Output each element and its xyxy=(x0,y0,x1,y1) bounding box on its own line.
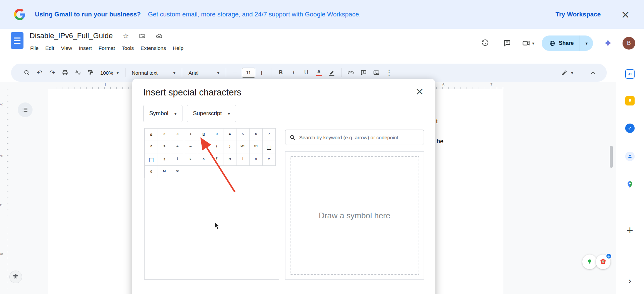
search-menus-icon[interactable] xyxy=(20,66,33,79)
char-cell-1-5[interactable]: ⁽ xyxy=(210,141,223,153)
get-addons-icon[interactable]: + xyxy=(625,225,635,235)
meet-caret-icon[interactable]: ▾ xyxy=(532,41,534,46)
menu-insert[interactable]: Insert xyxy=(75,44,95,53)
menu-tools[interactable]: Tools xyxy=(118,44,137,53)
menu-help[interactable]: Help xyxy=(169,44,187,53)
char-cell-2-7[interactable]: ⁱ xyxy=(236,153,250,166)
char-cell-1-9[interactable]: □ xyxy=(263,141,276,153)
char-cell-1-7[interactable]: ℠ xyxy=(236,141,250,153)
maps-icon[interactable] xyxy=(625,179,635,190)
share-button[interactable]: Share ▾ xyxy=(542,35,593,51)
increase-font-size-icon[interactable]: + xyxy=(255,66,268,79)
redo-icon[interactable]: ↷ xyxy=(46,66,59,79)
char-cell-2-8[interactable]: ⁿ xyxy=(250,153,263,166)
move-folder-icon[interactable] xyxy=(139,32,146,39)
char-cell-1-1[interactable]: ⁹ xyxy=(158,141,171,153)
more-options-icon[interactable]: ⋮ xyxy=(383,66,395,79)
char-cell-0-5[interactable]: ⁰ xyxy=(210,129,223,141)
decrease-font-size-icon[interactable]: − xyxy=(229,66,242,79)
font-size-field[interactable]: 11 xyxy=(242,68,255,78)
paragraph-style-dropdown[interactable]: Normal text ▾ xyxy=(128,66,179,79)
style-caret-icon: ▾ xyxy=(173,71,175,75)
char-cell-1-6[interactable]: ⁾ xyxy=(223,141,236,153)
editing-mode-dropdown[interactable]: ▾ xyxy=(558,66,577,79)
char-cell-2-1[interactable]: ˠ xyxy=(158,153,171,166)
char-cell-2-0[interactable]: □ xyxy=(145,153,158,166)
collapse-panel-icon[interactable]: › xyxy=(625,276,635,286)
subcategory-dropdown[interactable]: Superscript ▾ xyxy=(187,105,236,122)
comments-icon[interactable] xyxy=(500,36,515,51)
banner-close-icon[interactable]: × xyxy=(621,9,630,20)
calendar-icon[interactable]: 31 xyxy=(625,69,635,79)
char-cell-0-4[interactable]: º xyxy=(197,129,210,141)
underline-icon[interactable]: U xyxy=(300,66,313,79)
symbol-search-input[interactable] xyxy=(299,135,420,140)
meet-video-button[interactable]: ▾ xyxy=(522,39,534,48)
menu-extensions[interactable]: Extensions xyxy=(137,44,169,53)
hide-menus-icon[interactable] xyxy=(587,66,599,79)
contacts-icon[interactable] xyxy=(625,151,635,161)
char-cell-0-3[interactable]: ¹ xyxy=(184,129,197,141)
char-cell-2-9[interactable]: ᵛ xyxy=(263,153,276,166)
char-cell-3-2[interactable]: ꟹ xyxy=(171,166,184,178)
category-dropdown[interactable]: Symbol ▾ xyxy=(143,105,182,122)
try-workspace-link[interactable]: Try Workspace xyxy=(555,11,601,18)
print-icon[interactable] xyxy=(59,66,71,79)
char-cell-1-0[interactable]: ⁸ xyxy=(145,141,158,153)
draw-symbol-area[interactable]: Draw a symbol here xyxy=(285,151,424,280)
char-cell-0-9[interactable]: ⁷ xyxy=(263,129,276,141)
char-cell-0-7[interactable]: ⁵ xyxy=(236,129,250,141)
dialog-close-icon[interactable]: × xyxy=(415,86,424,96)
insert-link-icon[interactable] xyxy=(344,66,357,79)
scrollbar-thumb[interactable] xyxy=(610,146,613,168)
italic-icon[interactable]: I xyxy=(287,66,300,79)
tasks-icon[interactable]: ✓ xyxy=(625,123,635,133)
category-value: Symbol xyxy=(149,110,168,117)
bold-icon[interactable]: B xyxy=(274,66,287,79)
font-family-value: Arial xyxy=(189,70,199,76)
vertical-ruler[interactable]: 5678 xyxy=(0,89,9,294)
undo-icon[interactable]: ↶ xyxy=(33,66,46,79)
docs-logo-icon[interactable] xyxy=(11,32,23,49)
highlight-color-icon[interactable] xyxy=(325,66,338,79)
menu-format[interactable]: Format xyxy=(95,44,118,53)
char-cell-1-4[interactable]: ⁼ xyxy=(197,141,210,153)
share-dropdown[interactable]: ▾ xyxy=(580,35,593,51)
char-cell-2-5[interactable]: ˤ xyxy=(210,153,223,166)
char-cell-0-1[interactable]: ² xyxy=(158,129,171,141)
spellcheck-icon[interactable] xyxy=(71,66,84,79)
char-cell-0-0[interactable]: ª xyxy=(145,129,158,141)
char-cell-2-6[interactable]: ᴴ xyxy=(223,153,236,166)
add-comment-icon[interactable] xyxy=(357,66,370,79)
font-family-dropdown[interactable]: Arial ▾ xyxy=(185,66,223,79)
extension-logo-icon[interactable]: + xyxy=(596,254,610,269)
extension-bulb-icon[interactable] xyxy=(582,254,597,269)
account-avatar[interactable]: B xyxy=(623,37,635,50)
text-color-icon[interactable]: A xyxy=(313,66,325,79)
char-cell-1-8[interactable]: ™ xyxy=(250,141,263,153)
char-cell-3-1[interactable]: ᴹ xyxy=(158,166,171,178)
menu-file[interactable]: File xyxy=(27,44,42,53)
document-outline-button[interactable] xyxy=(18,102,33,117)
version-history-icon[interactable] xyxy=(478,36,492,51)
menu-edit[interactable]: Edit xyxy=(42,44,58,53)
char-cell-2-4[interactable]: ˣ xyxy=(197,153,210,166)
char-cell-2-2[interactable]: ˡ xyxy=(171,153,184,166)
zoom-dropdown[interactable]: 100% ▾ xyxy=(97,66,122,79)
char-cell-0-2[interactable]: ³ xyxy=(171,129,184,141)
insert-image-icon[interactable] xyxy=(370,66,383,79)
keep-icon[interactable] xyxy=(625,96,635,106)
char-cell-0-6[interactable]: ⁴ xyxy=(223,129,236,141)
char-cell-1-3[interactable]: ⁻ xyxy=(184,141,197,153)
char-cell-2-3[interactable]: ˢ xyxy=(184,153,197,166)
star-icon[interactable]: ☆ xyxy=(123,32,129,39)
char-cell-3-0[interactable]: ᵍ xyxy=(145,166,158,178)
document-title[interactable]: Disable_IPv6_Full_Guide xyxy=(30,31,113,40)
zoom-value: 100% xyxy=(100,70,113,76)
char-cell-1-2[interactable]: ⁺ xyxy=(171,141,184,153)
char-cell-0-8[interactable]: ⁶ xyxy=(250,129,263,141)
gemini-sparkle-icon[interactable] xyxy=(600,36,615,51)
menu-view[interactable]: View xyxy=(58,44,75,53)
accessibility-button[interactable] xyxy=(9,271,22,283)
paint-format-icon[interactable] xyxy=(84,66,97,79)
